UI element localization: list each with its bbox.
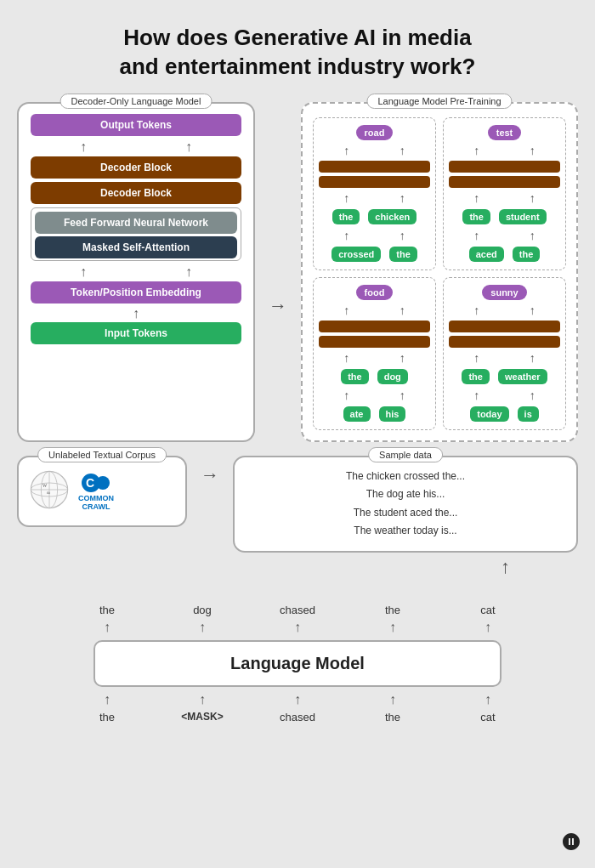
cell1-arrow1: ↑↑ <box>319 144 430 157</box>
cell3-arrow2: ↑↑ <box>319 351 430 365</box>
lm-bottom-tokens: the <MASK> chased the cat <box>60 711 536 723</box>
sample-box: Sample data The chicken crossed the... T… <box>233 456 578 553</box>
cell2-bar2 <box>449 176 560 188</box>
decoder-block-2: Decoder Block <box>31 182 241 204</box>
wikipedia-globe: W iki <box>29 469 70 513</box>
cell2-arrow3: ↑↑ <box>449 229 560 242</box>
cell4-bar1 <box>449 321 560 332</box>
msa-layer: Masked Self-Attention <box>35 236 237 258</box>
cell3-mid-tokens: thedog <box>319 368 430 385</box>
lm-bot-token-mask: <MASK> <box>168 711 236 723</box>
cell1-bar1 <box>319 161 430 173</box>
main-between-arrow: → <box>269 102 287 442</box>
cell1-base-tokens: crossedthe <box>319 246 430 263</box>
cell3-bar1 <box>319 321 430 332</box>
cell1-arrow3: ↑↑ <box>319 229 430 242</box>
lm-bot-token-chased: chased <box>264 711 332 723</box>
cell3-arrow1: ↑↑ <box>319 304 430 317</box>
lm-top-token-cat: cat <box>454 604 522 616</box>
lm-top-token-chased: chased <box>264 604 332 616</box>
cell4-mid-tokens: theweather <box>449 368 560 385</box>
svg-text:C: C <box>86 476 94 490</box>
lm-bot-token-the2: the <box>359 711 427 723</box>
pretrain-cell-4: sunny ↑↑ ↑↑ theweather ↑↑ todayis <box>443 277 566 430</box>
pretrain-box-label: Language Model Pre-Training <box>366 94 512 109</box>
corpus-to-sample-arrow: → <box>201 456 219 486</box>
cell3-base-tokens: atehis <box>319 406 430 423</box>
cell1-arrow2: ↑↑ <box>319 191 430 205</box>
page-title: How does Generative AI in media and ente… <box>0 0 595 99</box>
lm-arrows-down: ↑↑↑↑↑ <box>60 692 536 707</box>
arrows-after-output: ↑↑ <box>31 139 241 155</box>
common-crawl-logo: C COMMONCRAWL <box>78 471 114 512</box>
pretrain-cell-1: road ↑↑ ↑↑ thechicken ↑↑ crossedthe <box>313 117 436 270</box>
cell2-bar1 <box>449 161 560 173</box>
sample-box-label: Sample data <box>368 447 443 462</box>
cell4-arrow1: ↑↑ <box>449 304 560 317</box>
cell2-base-tokens: acedthe <box>449 246 560 263</box>
cc-text: COMMONCRAWL <box>78 495 114 512</box>
decoder-box: Decoder-Only Language Model Output Token… <box>17 102 255 442</box>
cell2-arrow1: ↑↑ <box>449 144 560 157</box>
output-tokens-layer: Output Tokens <box>31 114 241 136</box>
cell1-mid-tokens: thechicken <box>319 208 430 225</box>
cell4-arrow2: ↑↑ <box>449 351 560 365</box>
arrows-before-embed: ↑↑ <box>31 264 241 280</box>
top-token-sunny: sunny <box>482 285 526 300</box>
cell3-arrow3: ↑↑ <box>319 389 430 402</box>
cell1-bar2 <box>319 176 430 188</box>
cell4-base-tokens: todayis <box>449 406 560 423</box>
decoder-box-label: Decoder-Only Language Model <box>60 94 212 109</box>
lm-bot-token-the1: the <box>73 711 141 723</box>
pretrain-grid: road ↑↑ ↑↑ thechicken ↑↑ crossedthe test… <box>313 117 566 430</box>
cell4-bar2 <box>449 336 560 348</box>
lm-top-token-the2: the <box>359 604 427 616</box>
cell4-arrow3: ↑↑ <box>449 389 560 402</box>
sample-text: The chicken crossed the... The dog ate h… <box>248 468 563 541</box>
lm-section: the dog chased the cat ↑↑↑↑↑ Language Mo… <box>0 578 595 740</box>
pretrain-cell-2: test ↑↑ ↑↑ thestudent ↑↑ acedthe <box>443 117 566 270</box>
pretrain-cell-3: food ↑↑ ↑↑ thedog ↑↑ atehis <box>313 277 436 430</box>
cell2-mid-tokens: thestudent <box>449 208 560 225</box>
corpus-box: Unlabeled Textual Corpus W iki C COMMONC… <box>17 456 187 527</box>
lm-top-token-the1: the <box>73 604 141 616</box>
lm-top-token-dog: dog <box>168 604 236 616</box>
corpus-box-label: Unlabeled Textual Corpus <box>37 447 167 462</box>
cell2-arrow2: ↑↑ <box>449 191 560 205</box>
decoder-block-1: Decoder Block <box>31 156 241 179</box>
cell3-bar2 <box>319 336 430 348</box>
input-tokens-layer: Input Tokens <box>31 322 241 344</box>
sample-to-pretrain-arrow: ↑ <box>501 556 510 578</box>
brand-icon <box>561 831 581 856</box>
top-token-road: road <box>356 125 394 140</box>
bottom-section: Unlabeled Textual Corpus W iki C COMMONC… <box>0 442 595 553</box>
embed-layer: Token/Position Embedding <box>31 281 241 304</box>
sample-to-pretrain-arrow-container: ↑ <box>0 556 595 578</box>
svg-point-9 <box>96 476 110 490</box>
lm-top-tokens: the dog chased the cat <box>60 604 536 616</box>
lm-arrows-up: ↑↑↑↑↑ <box>60 620 536 635</box>
pretrain-box: Language Model Pre-Training road ↑↑ ↑↑ t… <box>301 102 578 442</box>
lm-bot-token-cat: cat <box>454 711 522 723</box>
arrow-embed-input: ↑ <box>31 307 241 321</box>
ffnn-layer: Feed Forward Neural Network <box>35 212 237 234</box>
top-token-food: food <box>356 285 394 300</box>
top-token-test: test <box>488 125 522 140</box>
lm-box: Language Model <box>94 640 502 687</box>
svg-text:W: W <box>42 482 48 487</box>
